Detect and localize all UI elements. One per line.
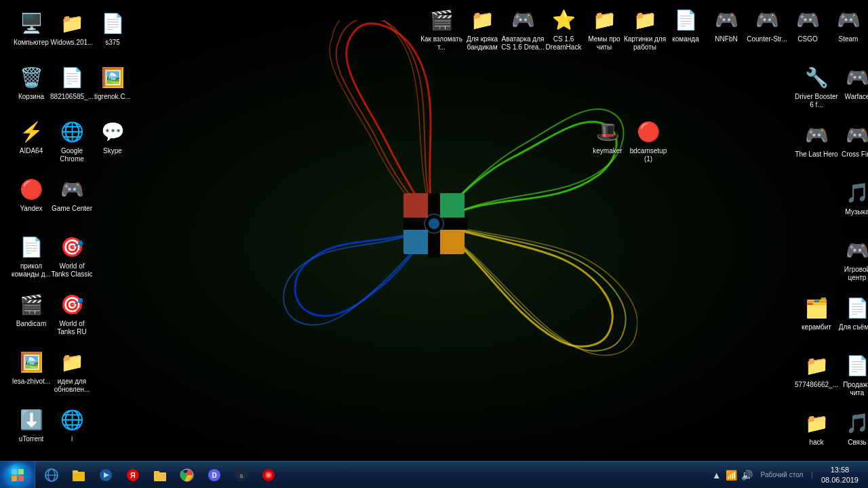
desktop-icons-area: 🖥️Компьютер📁Widows.201...📄s375🗑️Корзина📄… [0,0,868,488]
icon-image-nnfbn: 🎮 [713,6,740,33]
icon-label-counter: Counter-Str... [747,35,787,43]
taskbar-record[interactable] [256,463,281,487]
taskbar-ie[interactable] [39,463,64,487]
icon-label-keymaker: keymaker [593,147,622,155]
desktop-icon-skype[interactable]: 💬Skype [88,115,137,158]
desktop-icon-tigrenok[interactable]: 🖼️tigrenok.C... [88,61,137,104]
taskbar-explorer[interactable] [66,463,91,487]
desktop-icon-igrovoy[interactable]: 🎮Игровой центр [833,234,868,285]
taskbar-steam[interactable]: S [229,463,254,487]
svg-text:S: S [239,473,243,479]
icon-image-kerambit: 🗂️ [803,294,830,321]
svg-rect-9 [18,469,24,474]
taskbar-yandex[interactable]: Я [121,463,145,487]
icon-image-dlya_syomki: 📄 [844,294,868,321]
icon-image-cs16: ⭐ [550,6,577,33]
tray-expand[interactable]: ▲ [712,470,722,481]
svg-rect-16 [73,470,78,473]
icon-image-file882: 📄 [58,64,85,91]
icon-label-prikol: прикол команды д... [9,262,53,279]
icon-label-dlya_kryaka: Для кряка бандикам [460,35,504,52]
icon-label-yandex: Yandex [20,205,42,213]
desktop-icon-svyaz[interactable]: 🎵Связь [833,407,868,449]
icon-label-skype: Skype [103,147,122,155]
taskbar-folder[interactable] [148,463,172,487]
desktop-icon-idei[interactable]: 📁идеи для обновлен... [47,346,96,396]
icon-image-gamecenter: 🎮 [58,176,85,203]
icon-image-windows201: 📁 [58,9,85,37]
tray-separator: | [811,471,813,479]
icon-image-crossfire: 🎮 [844,121,868,148]
desktop-icon-wotru[interactable]: 🎯World of Tanks RU [47,288,96,339]
desktop-icon-s375[interactable]: 📄s375 [88,7,137,49]
desktop-icon-crossfire[interactable]: 🎮Cross Fire [833,119,868,161]
taskbar: Я [0,461,868,488]
windows-orb [6,464,29,487]
icon-image-yandex: 🔴 [18,176,45,203]
svg-text:Я: Я [130,471,136,479]
icon-label-avatar_cs: Аватарка для CS 1.6 Drea... [501,35,545,52]
desktop-icon-warface[interactable]: 🎮Warface [833,61,868,104]
icon-label-kak: Как взломать т... [420,35,463,52]
icon-label-warface: Warface [845,93,868,101]
icon-label-recycle: Корзина [18,93,44,101]
desktop-icon-steam[interactable]: 🎮Steam [824,3,868,46]
desktop-icon-muzyka[interactable]: 🎵Музыка [833,176,868,219]
icon-image-memy: 📁 [591,6,618,33]
icon-image-tigrenok: 🖼️ [99,64,126,91]
svg-rect-22 [154,471,159,474]
icon-image-thelasthero: 🎮 [803,121,830,148]
icon-image-kak: 🎬 [428,6,455,33]
icon-image-muzyka: 🎵 [844,179,868,206]
desktop-icon-bdcam[interactable]: 🔴bdcamsetup (1) [624,115,673,166]
icon-label-thelasthero: The Last Hero [795,150,837,159]
icon-image-chrome: 🌐 [58,118,85,145]
desktop-icon-chrome2[interactable]: 🌐i [47,403,96,446]
icon-image-skype: 💬 [99,118,126,145]
svg-rect-15 [73,472,85,481]
icon-label-lesazhivot: lesa-zhivot... [12,378,50,386]
desktop: 🖥️Компьютер📁Widows.201...📄s375🗑️Корзина📄… [0,0,868,488]
icon-image-komanda: 📄 [672,6,699,33]
icon-image-prodazha: 📄 [844,352,868,379]
tray-volume[interactable]: 🔊 [741,470,753,481]
desktop-icon-gamecenter[interactable]: 🎮Game Center [47,173,96,216]
icon-image-wotclassic: 🎯 [58,233,85,260]
icon-image-igrovoy: 🎮 [844,237,868,264]
icon-image-driverbooster: 🔧 [803,64,830,91]
icon-label-dlya_syomki: Для съёмки [839,323,868,331]
icon-image-counter: 🎮 [753,6,781,33]
icon-image-keymaker: 🎩 [594,118,621,145]
icon-image-prikol: 📄 [18,233,45,260]
icon-label-s375: s375 [105,39,120,47]
icon-label-crossfire: Cross Fire [842,150,868,159]
icon-label-svyaz: Связь [848,439,867,447]
icon-label-wotclassic: World of Tanks Classic [50,262,94,279]
icon-image-wotru: 🎯 [58,291,85,318]
taskbar-chrome[interactable] [175,463,199,487]
icon-label-gamecenter: Game Center [52,205,92,213]
icon-image-idei: 📁 [58,348,85,375]
svg-rect-8 [12,469,17,474]
icon-label-csgo: CSGO [797,35,817,43]
svg-point-31 [267,474,270,476]
start-button[interactable] [0,462,35,489]
desktop-icon-prodazha[interactable]: 📄Продажа чита [833,349,868,400]
icon-label-kerambit: керамбит [802,323,831,331]
tray-network[interactable]: 📶 [726,470,737,481]
taskbar-discord[interactable]: D [202,463,226,487]
taskbar-media[interactable] [94,463,118,487]
icon-image-lesazhivot: 🖼️ [18,348,45,375]
svg-rect-11 [18,476,24,481]
tray-desktop-label: Рабочий стол [757,471,808,479]
desktop-icon-dlya_syomki[interactable]: 📄Для съёмки [833,291,868,334]
svg-rect-10 [12,476,17,481]
icon-image-computer: 🖥️ [18,9,45,37]
icon-label-kartinki: Картинки для работы [623,35,667,52]
taskbar-items: Я [35,462,707,488]
icon-image-csgo: 🎮 [794,6,821,33]
icon-image-bdcam: 🔴 [635,118,662,145]
desktop-icon-wotclassic[interactable]: 🎯World of Tanks Classic [47,230,96,281]
icon-image-s375: 📄 [99,9,126,37]
tray-clock[interactable]: 13:58 08.06.2019 [817,465,863,485]
